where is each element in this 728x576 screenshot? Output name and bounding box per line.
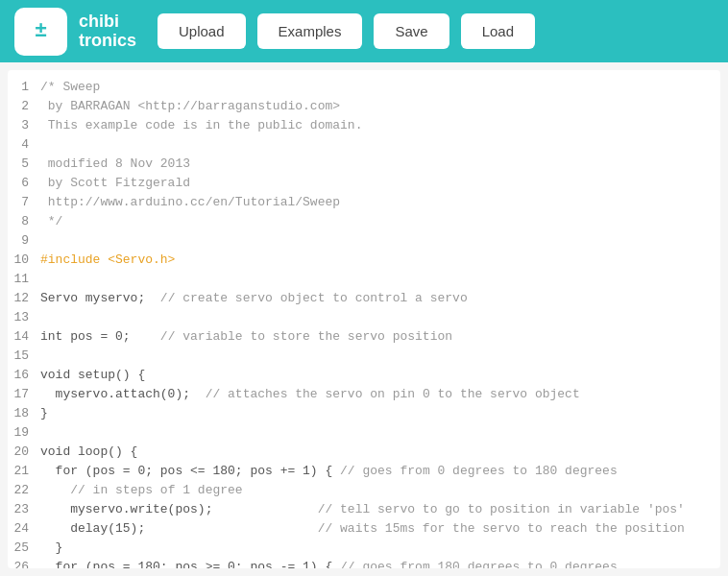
line-number: 3 [8, 116, 36, 135]
line-content: for (pos = 180; pos >= 0; pos -= 1) { //… [36, 558, 720, 568]
logo-line1: chibi [79, 12, 136, 32]
code-line: 17 myservo.attach(0); // attaches the se… [8, 385, 720, 404]
line-number: 18 [8, 404, 36, 423]
line-content: by BARRAGAN <http://barraganstudio.com> [36, 97, 720, 116]
line-content: delay(15); // waits 15ms for the servo t… [36, 519, 720, 539]
code-line: 26 for (pos = 180; pos >= 0; pos -= 1) {… [8, 558, 720, 568]
examples-button[interactable]: Examples [257, 13, 363, 49]
line-number: 1 [8, 78, 36, 97]
line-number: 19 [8, 423, 36, 443]
line-content: http://www.arduino.cc/en/Tutorial/Sweep [36, 193, 720, 212]
line-number: 2 [8, 97, 36, 116]
code-line: 22 // in steps of 1 degree [8, 481, 720, 500]
code-line: 25 } [8, 539, 720, 558]
code-line: 10#include <Servo.h> [8, 251, 720, 270]
line-content [36, 231, 720, 251]
code-line: 4 [8, 135, 720, 155]
line-number: 21 [8, 462, 36, 481]
logo-box: ± [14, 8, 67, 56]
line-content: myservo.attach(0); // attaches the servo… [36, 385, 720, 404]
code-line: 6 by Scott Fitzgerald [8, 174, 720, 193]
line-number: 20 [8, 443, 36, 462]
line-content [36, 423, 720, 443]
line-content [36, 135, 720, 155]
line-number: 25 [8, 539, 36, 558]
code-line: 20void loop() { [8, 443, 720, 462]
line-content: void setup() { [36, 366, 720, 385]
code-line: 24 delay(15); // waits 15ms for the serv… [8, 519, 720, 539]
line-content: modified 8 Nov 2013 [36, 155, 720, 174]
line-number: 14 [8, 327, 36, 347]
line-content: int pos = 0; // variable to store the se… [36, 327, 720, 347]
line-number: 12 [8, 289, 36, 308]
code-line: 5 modified 8 Nov 2013 [8, 155, 720, 174]
line-content: This example code is in the public domai… [36, 116, 720, 135]
line-content [36, 308, 720, 327]
code-line: 3 This example code is in the public dom… [8, 116, 720, 135]
line-number: 4 [8, 135, 36, 155]
line-content [36, 270, 720, 289]
line-content: for (pos = 0; pos <= 180; pos += 1) { //… [36, 462, 720, 481]
line-content: Servo myservo; // create servo object to… [36, 289, 720, 308]
save-button[interactable]: Save [374, 13, 449, 49]
line-number: 8 [8, 212, 36, 231]
line-number: 7 [8, 193, 36, 212]
line-content: */ [36, 212, 720, 231]
line-content: // in steps of 1 degree [36, 481, 720, 500]
line-number: 22 [8, 481, 36, 500]
code-line: 8 */ [8, 212, 720, 231]
line-content: myservo.write(pos); // tell servo to go … [36, 500, 720, 519]
line-number: 17 [8, 385, 36, 404]
line-content [36, 347, 720, 366]
line-content: void loop() { [36, 443, 720, 462]
code-line: 16void setup() { [8, 366, 720, 385]
line-number: 23 [8, 500, 36, 519]
line-number: 6 [8, 174, 36, 193]
logo-icon: ± [35, 21, 47, 42]
line-number: 26 [8, 558, 36, 568]
code-line: 15 [8, 347, 720, 366]
code-line: 9 [8, 231, 720, 251]
line-number: 10 [8, 251, 36, 270]
logo-line2: tronics [79, 32, 136, 51]
line-number: 24 [8, 519, 36, 539]
line-content: } [36, 539, 720, 558]
line-content: #include <Servo.h> [36, 251, 720, 270]
code-line: 12Servo myservo; // create servo object … [8, 289, 720, 308]
header: ± chibi tronics Upload Examples Save Loa… [0, 0, 728, 62]
line-number: 9 [8, 231, 36, 251]
app-container: ± chibi tronics Upload Examples Save Loa… [0, 0, 728, 568]
line-number: 16 [8, 366, 36, 385]
code-line: 1/* Sweep [8, 78, 720, 97]
line-number: 11 [8, 270, 36, 289]
code-line: 13 [8, 308, 720, 327]
code-editor[interactable]: 1/* Sweep2 by BARRAGAN <http://barragans… [8, 70, 720, 568]
code-line: 14int pos = 0; // variable to store the … [8, 327, 720, 347]
line-content: by Scott Fitzgerald [36, 174, 720, 193]
line-content: /* Sweep [36, 78, 720, 97]
logo-text: chibi tronics [79, 12, 136, 51]
code-line: 11 [8, 270, 720, 289]
code-line: 21 for (pos = 0; pos <= 180; pos += 1) {… [8, 462, 720, 481]
load-button[interactable]: Load [461, 13, 535, 49]
code-line: 19 [8, 423, 720, 443]
code-line: 2 by BARRAGAN <http://barraganstudio.com… [8, 97, 720, 116]
upload-button[interactable]: Upload [158, 13, 246, 49]
code-line: 23 myservo.write(pos); // tell servo to … [8, 500, 720, 519]
line-number: 15 [8, 347, 36, 366]
line-content: } [36, 404, 720, 423]
line-number: 13 [8, 308, 36, 327]
code-line: 18} [8, 404, 720, 423]
code-line: 7 http://www.arduino.cc/en/Tutorial/Swee… [8, 193, 720, 212]
line-number: 5 [8, 155, 36, 174]
